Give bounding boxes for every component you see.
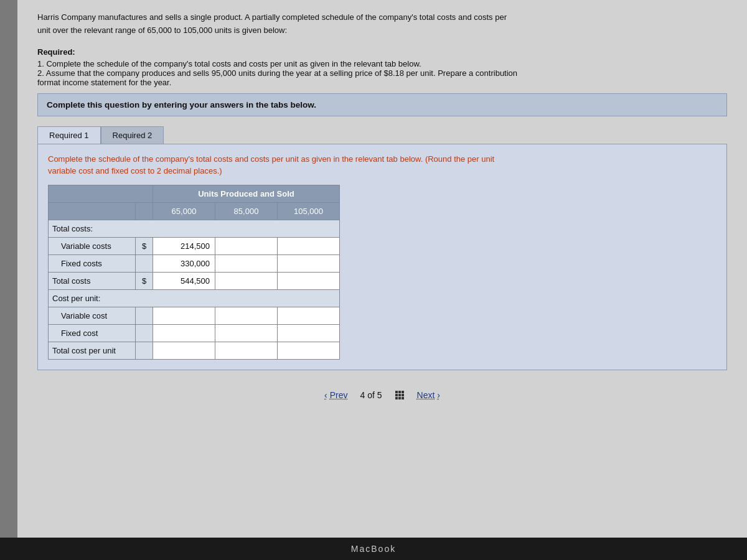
- table-row-fixed-cost-per-unit: Fixed cost: [49, 324, 340, 342]
- svg-rect-6: [395, 397, 398, 399]
- units-produced-header: Units Produced and Sold: [153, 185, 340, 202]
- section-cost-per-unit-row: Cost per unit:: [49, 289, 340, 307]
- table-corner: [49, 185, 153, 202]
- fixed-cost-per-unit-105000[interactable]: [278, 324, 340, 342]
- empty-header-label: [49, 202, 136, 220]
- tab-instruction: Complete the schedule of the company's t…: [48, 153, 716, 177]
- fixed-cost-per-unit-85000[interactable]: [215, 324, 278, 342]
- left-sidebar: [0, 0, 17, 538]
- svg-rect-8: [402, 397, 404, 399]
- next-label: Next: [417, 390, 435, 400]
- table-row-total-cost-per-unit: Total cost per unit: [49, 342, 340, 359]
- fixed-costs-65000[interactable]: 330,000: [153, 254, 215, 272]
- fixed-costs-105000[interactable]: [278, 254, 340, 272]
- variable-cost-per-unit-85000[interactable]: [215, 307, 278, 324]
- next-chevron-icon: ›: [437, 390, 440, 400]
- fixed-costs-label: Fixed costs: [49, 254, 136, 272]
- table-row-total-costs: Total costs $ 544,500: [49, 272, 340, 289]
- cost-table: Units Produced and Sold 65,000 85,000 10…: [48, 185, 340, 360]
- required-section: Required: 1. Complete the schedule of th…: [37, 47, 727, 87]
- variable-costs-105000[interactable]: [278, 237, 340, 254]
- col-header-85000: 85,000: [215, 202, 278, 220]
- section-total-costs-row: Total costs:: [49, 220, 340, 237]
- variable-costs-dollar: $: [136, 237, 153, 254]
- fixed-costs-dollar: [136, 254, 153, 272]
- svg-rect-3: [395, 394, 398, 396]
- variable-cost-per-unit-105000[interactable]: [278, 307, 340, 324]
- fixed-cost-per-unit-65000[interactable]: [153, 324, 215, 342]
- col-header-65000: 65,000: [153, 202, 215, 220]
- svg-rect-7: [398, 397, 401, 399]
- col-header-105000: 105,000: [278, 202, 340, 220]
- empty-header-dollar: [136, 202, 153, 220]
- fixed-costs-85000[interactable]: [215, 254, 278, 272]
- total-cost-per-unit-65000[interactable]: [153, 342, 215, 359]
- table-row-variable-costs: Variable costs $ 214,500: [49, 237, 340, 254]
- section-cost-per-unit-label: Cost per unit:: [49, 289, 340, 307]
- page-indicator: 4 of 5: [360, 390, 382, 400]
- macbook-bar: MacBook: [0, 538, 747, 560]
- variable-cost-per-unit-label: Variable cost: [49, 307, 136, 324]
- svg-rect-5: [402, 394, 404, 396]
- macbook-label: MacBook: [351, 544, 396, 554]
- table-row-variable-cost-per-unit: Variable cost: [49, 307, 340, 324]
- variable-costs-85000[interactable]: [215, 237, 278, 254]
- total-cost-per-unit-105000[interactable]: [278, 342, 340, 359]
- instruction-box: Complete this question by entering your …: [37, 93, 727, 116]
- next-button[interactable]: Next ›: [417, 390, 440, 400]
- tab-content: Complete the schedule of the company's t…: [37, 144, 727, 370]
- total-costs-dollar: $: [136, 272, 153, 289]
- intro-text: Harris Company manufactures and sells a …: [37, 11, 727, 37]
- total-costs-label: Total costs: [49, 272, 136, 289]
- tab-required-2[interactable]: Required 2: [101, 126, 164, 144]
- required-item-2: 2. Assume that the company produces and …: [37, 68, 727, 87]
- grid-icon: [395, 390, 405, 401]
- tab-required-1[interactable]: Required 1: [37, 126, 101, 144]
- tabs-row: Required 1 Required 2: [37, 126, 727, 144]
- prev-button[interactable]: ‹ Prev: [324, 390, 347, 400]
- required-item-1: 1. Complete the schedule of the company'…: [37, 59, 727, 68]
- table-row-fixed-costs: Fixed costs 330,000: [49, 254, 340, 272]
- total-cost-per-unit-label: Total cost per unit: [49, 342, 136, 359]
- total-costs-85000[interactable]: [215, 272, 278, 289]
- prev-label: Prev: [330, 390, 348, 400]
- prev-chevron-icon: ‹: [324, 390, 327, 400]
- total-costs-105000[interactable]: [278, 272, 340, 289]
- variable-cost-per-unit-65000[interactable]: [153, 307, 215, 324]
- svg-rect-4: [398, 394, 401, 396]
- section-total-costs-label: Total costs:: [49, 220, 340, 237]
- variable-costs-65000[interactable]: 214,500: [153, 237, 215, 254]
- svg-rect-2: [402, 391, 404, 393]
- svg-rect-1: [398, 391, 401, 393]
- nav-row: ‹ Prev 4 of 5 Next ›: [37, 380, 727, 406]
- variable-costs-label: Variable costs: [49, 237, 136, 254]
- total-cost-per-unit-85000[interactable]: [215, 342, 278, 359]
- required-label: Required:: [37, 47, 727, 57]
- fixed-cost-per-unit-label: Fixed cost: [49, 324, 136, 342]
- total-costs-65000[interactable]: 544,500: [153, 272, 215, 289]
- svg-rect-0: [395, 391, 398, 393]
